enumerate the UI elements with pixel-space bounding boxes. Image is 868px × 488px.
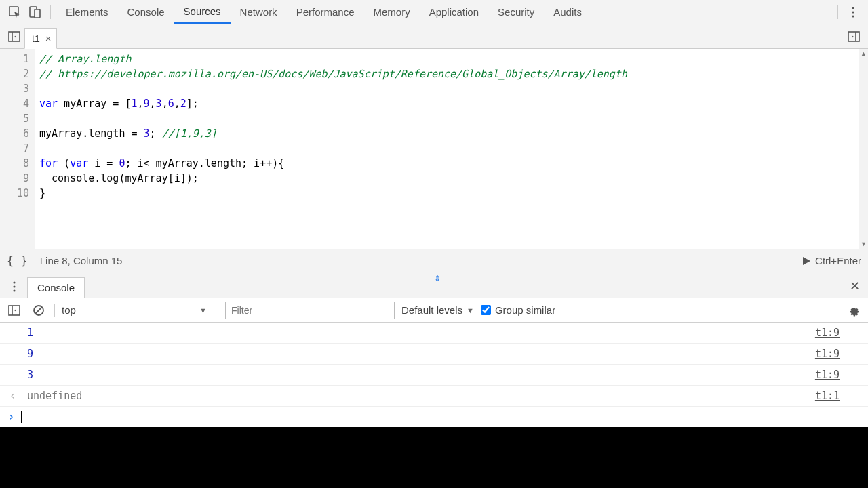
panel-tab-console[interactable]: Console [118, 0, 174, 24]
svg-point-3 [852, 7, 854, 9]
console-row: 1t1:9 [0, 323, 868, 344]
svg-point-9 [13, 285, 15, 287]
panel-tab-performance[interactable]: Performance [287, 0, 364, 24]
console-row: undefinedt1:1 [0, 386, 868, 407]
resize-handle-icon[interactable]: ⇕ [434, 274, 440, 283]
divider [837, 5, 838, 19]
drawer-tab-console[interactable]: Console [27, 277, 85, 298]
debugger-toggle-icon[interactable] [844, 26, 864, 47]
panel-tab-elements[interactable]: Elements [56, 0, 118, 24]
scrollbar[interactable]: ▲ ▼ [859, 49, 868, 249]
console-value: 3 [27, 369, 33, 381]
svg-rect-2 [35, 9, 40, 18]
log-levels-selector[interactable]: Default levels ▼ [401, 304, 474, 316]
console-sidebar-toggle-icon[interactable] [5, 302, 23, 319]
checkbox-input[interactable] [481, 305, 491, 315]
console-value: 9 [27, 348, 33, 360]
console-toolbar: top ▼ Default levels ▼ Group similar [0, 298, 868, 323]
levels-label: Default levels [401, 304, 462, 316]
kebab-menu-icon[interactable] [844, 3, 863, 22]
drawer-header: Console ⇕ ✕ [0, 272, 868, 298]
console-row: 3t1:9 [0, 365, 868, 386]
inspect-element-icon[interactable] [5, 3, 24, 22]
run-hint-label: Ctrl+Enter [815, 255, 861, 266]
console-prompt[interactable]: › [0, 407, 868, 427]
panel-tab-audits[interactable]: Audits [544, 0, 591, 24]
divider [50, 5, 51, 19]
navigator-toggle-icon[interactable] [4, 26, 24, 47]
console-source-link[interactable]: t1:1 [815, 390, 860, 402]
console-value: 1 [27, 327, 33, 339]
console-output: 1t1:99t1:93t1:9undefinedt1:1 [0, 323, 868, 407]
context-selector[interactable]: top ▼ [62, 304, 211, 316]
code-editor[interactable]: 12345678910 // Array.length// https://de… [0, 49, 868, 249]
console-source-link[interactable]: t1:9 [815, 327, 860, 339]
panel-tab-network[interactable]: Network [231, 0, 287, 24]
bottom-bar [0, 427, 868, 488]
svg-point-4 [852, 11, 854, 13]
divider [218, 304, 218, 317]
line-gutter: 12345678910 [0, 49, 35, 249]
scroll-down-icon[interactable]: ▼ [859, 239, 868, 249]
close-icon[interactable]: × [45, 33, 52, 44]
console-source-link[interactable]: t1:9 [815, 348, 860, 360]
scroll-up-icon[interactable]: ▲ [859, 49, 868, 58]
cursor-position: Line 8, Column 15 [40, 255, 123, 266]
clear-console-icon[interactable] [30, 302, 47, 319]
close-icon[interactable]: ✕ [847, 274, 863, 298]
file-tab[interactable]: t1 × [24, 28, 57, 49]
kebab-menu-icon[interactable] [5, 276, 23, 298]
text-cursor [21, 411, 22, 423]
group-similar-checkbox[interactable]: Group similar [481, 304, 555, 316]
svg-point-5 [852, 15, 854, 17]
drawer-tab-label: Console [37, 282, 75, 293]
divider [54, 304, 55, 317]
panel-tab-sources[interactable]: Sources [174, 0, 231, 24]
code-content[interactable]: // Array.length// https://developer.mozi… [35, 49, 859, 249]
filter-input[interactable] [225, 302, 395, 319]
settings-gear-icon[interactable] [845, 302, 863, 319]
console-source-link[interactable]: t1:9 [815, 369, 860, 381]
group-similar-label: Group similar [495, 304, 555, 316]
panel-tab-application[interactable]: Application [420, 0, 488, 24]
context-label: top [62, 304, 76, 316]
console-value: undefined [27, 390, 82, 402]
panel-tab-memory[interactable]: Memory [364, 0, 420, 24]
pretty-print-icon[interactable]: { } [7, 254, 28, 268]
run-snippet-button[interactable]: Ctrl+Enter [802, 255, 861, 266]
chevron-down-icon: ▼ [467, 306, 474, 314]
svg-point-10 [13, 289, 15, 291]
console-row: 9t1:9 [0, 344, 868, 365]
editor-status-bar: { } Line 8, Column 15 Ctrl+Enter [0, 249, 868, 272]
devtools-top-tabs: ElementsConsoleSourcesNetworkPerformance… [0, 0, 868, 24]
device-toolbar-icon[interactable] [26, 3, 45, 22]
chevron-down-icon: ▼ [199, 306, 207, 314]
svg-point-8 [13, 281, 15, 283]
file-tab-label: t1 [32, 33, 40, 44]
panel-tab-security[interactable]: Security [488, 0, 544, 24]
prompt-chevron-icon: › [8, 411, 14, 423]
sources-file-bar: t1 × [0, 24, 868, 49]
